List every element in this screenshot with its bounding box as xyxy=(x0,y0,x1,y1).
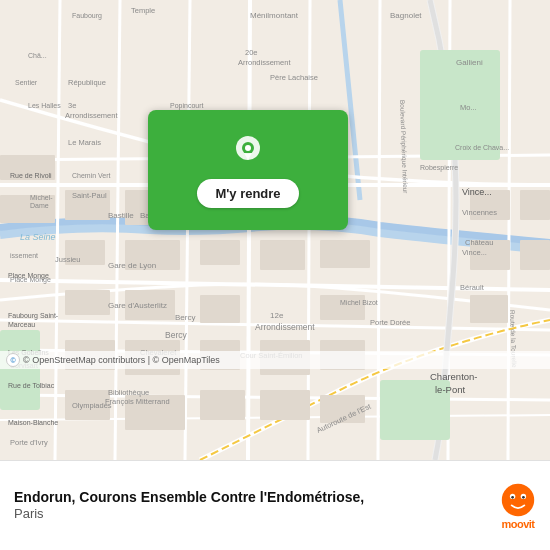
svg-text:Vince...: Vince... xyxy=(462,248,487,257)
svg-text:Père Lachaise: Père Lachaise xyxy=(270,73,318,82)
svg-text:Popincourt: Popincourt xyxy=(170,102,204,110)
svg-text:Marceau: Marceau xyxy=(8,321,35,328)
svg-text:Michel-: Michel- xyxy=(30,194,53,201)
svg-rect-25 xyxy=(320,240,370,268)
event-info: Endorun, Courons Ensemble Contre l'Endom… xyxy=(14,488,490,523)
svg-text:Rue de Rivoli: Rue de Rivoli xyxy=(10,172,52,179)
svg-text:Olympiades: Olympiades xyxy=(72,401,112,410)
svg-text:Le Marais: Le Marais xyxy=(68,138,101,147)
svg-text:Gallieni: Gallieni xyxy=(456,58,483,67)
location-pin-icon xyxy=(230,133,266,169)
svg-text:Vincennes: Vincennes xyxy=(462,208,497,217)
svg-rect-26 xyxy=(65,290,110,315)
svg-text:Croix de Chava...: Croix de Chava... xyxy=(455,144,509,151)
svg-text:12e: 12e xyxy=(270,311,284,320)
svg-text:le-Pont: le-Pont xyxy=(435,384,465,395)
svg-text:Arrondissement: Arrondissement xyxy=(65,111,118,120)
svg-text:Dame: Dame xyxy=(30,202,49,209)
svg-text:Ménilmontant: Ménilmontant xyxy=(250,11,299,20)
svg-text:Château: Château xyxy=(465,238,493,247)
attribution-bar: © © OpenStreetMap contributors | © OpenM… xyxy=(0,351,550,369)
svg-text:Bérault: Bérault xyxy=(460,283,485,292)
svg-point-118 xyxy=(522,495,525,498)
event-city: Paris xyxy=(14,506,490,523)
svg-text:Temple: Temple xyxy=(131,6,155,15)
svg-point-112 xyxy=(245,145,251,151)
svg-text:Rue de Tolbiac: Rue de Tolbiac xyxy=(8,382,55,389)
svg-text:Chemin Vert: Chemin Vert xyxy=(72,172,111,179)
svg-rect-28 xyxy=(200,295,240,323)
svg-point-114 xyxy=(502,483,534,515)
svg-text:Jussieu: Jussieu xyxy=(55,255,80,264)
moovit-face-icon xyxy=(500,482,536,518)
svg-text:Sentier: Sentier xyxy=(15,79,38,86)
svg-text:Gare de Lyon: Gare de Lyon xyxy=(108,261,156,270)
event-title: Endorun, Courons Ensemble Contre l'Endom… xyxy=(14,488,490,506)
bottom-bar: Endorun, Courons Ensemble Contre l'Endom… xyxy=(0,460,550,550)
osm-logo: © xyxy=(6,353,20,367)
svg-text:3e: 3e xyxy=(68,101,76,110)
svg-line-15 xyxy=(508,0,510,460)
svg-text:François Mitterrand: François Mitterrand xyxy=(105,397,170,406)
svg-text:Gare d'Austerlitz: Gare d'Austerlitz xyxy=(108,301,167,310)
svg-text:Châ...: Châ... xyxy=(28,52,47,59)
map-svg: Rue de Rivoli Place Monge Faubourg Saint… xyxy=(0,0,550,460)
svg-text:Bagnolet: Bagnolet xyxy=(390,11,422,20)
svg-text:Les Halles: Les Halles xyxy=(28,102,61,109)
svg-rect-23 xyxy=(200,240,240,265)
svg-point-117 xyxy=(511,495,514,498)
svg-text:Arrondissement: Arrondissement xyxy=(255,322,315,332)
svg-text:Bastille: Bastille xyxy=(108,211,134,220)
svg-text:République: République xyxy=(68,78,106,87)
svg-line-13 xyxy=(378,0,380,460)
map-container: Rue de Rivoli Place Monge Faubourg Saint… xyxy=(0,0,550,460)
svg-text:Mo...: Mo... xyxy=(460,103,477,112)
svg-text:Michel Bizot: Michel Bizot xyxy=(340,299,378,306)
moovit-logo: moovit xyxy=(500,482,536,530)
svg-rect-39 xyxy=(200,390,245,420)
svg-text:issement: issement xyxy=(10,252,38,259)
svg-text:Porte d'Ivry: Porte d'Ivry xyxy=(10,438,48,447)
svg-text:Place Monge: Place Monge xyxy=(10,276,51,284)
svg-text:Porte Dorée: Porte Dorée xyxy=(370,318,410,327)
svg-rect-40 xyxy=(260,390,310,420)
svg-text:Charenton-: Charenton- xyxy=(430,371,478,382)
svg-rect-44 xyxy=(470,295,508,323)
svg-text:Bibliothèque: Bibliothèque xyxy=(108,388,149,397)
svg-text:Faubourg: Faubourg xyxy=(72,12,102,20)
svg-text:Faubourg Saint-: Faubourg Saint- xyxy=(8,312,59,320)
attribution-text: © OpenStreetMap contributors | © OpenMap… xyxy=(23,355,220,365)
map-card: M'y rendre xyxy=(148,110,348,230)
svg-line-11 xyxy=(248,0,250,460)
svg-text:Saint-Paul: Saint-Paul xyxy=(72,191,107,200)
svg-text:Vince...: Vince... xyxy=(462,187,492,197)
svg-text:Robespierre: Robespierre xyxy=(420,164,458,172)
svg-rect-46 xyxy=(520,240,550,270)
svg-text:La Seine: La Seine xyxy=(20,232,56,242)
svg-text:Bercy: Bercy xyxy=(165,330,187,340)
svg-text:Bercy: Bercy xyxy=(175,313,195,322)
svg-text:20e: 20e xyxy=(245,48,258,57)
svg-rect-24 xyxy=(260,240,305,270)
app: Rue de Rivoli Place Monge Faubourg Saint… xyxy=(0,0,550,550)
svg-rect-18 xyxy=(0,330,40,410)
moovit-label: moovit xyxy=(501,518,534,530)
navigate-button[interactable]: M'y rendre xyxy=(197,179,298,208)
svg-text:Maison-Blanche: Maison-Blanche xyxy=(8,419,58,426)
svg-rect-45 xyxy=(520,190,550,220)
svg-text:Arrondissement: Arrondissement xyxy=(238,58,291,67)
